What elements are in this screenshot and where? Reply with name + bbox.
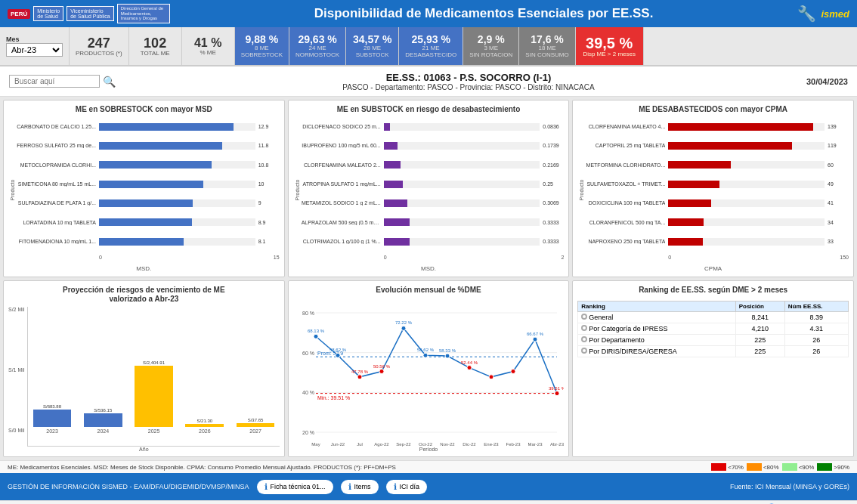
search-input[interactable] (9, 75, 100, 88)
proy-year: 2024 (97, 428, 109, 434)
ranking-num: 26 (784, 345, 848, 357)
list-item: SULFADIAZINA DE PLATA 1 g/... 9 (17, 197, 280, 209)
ranking-col-ranking: Ranking (578, 301, 735, 311)
bar-value: 10.8 (258, 162, 280, 168)
bar-container (99, 199, 255, 207)
radio-indicator[interactable] (581, 325, 587, 331)
bar-label: FITOMENADIONA 10 mg/mL 1... (17, 239, 96, 244)
svg-text:Oct-22: Oct-22 (419, 442, 433, 447)
bar-label: CLORFENAMINA MALEATO 4... (586, 124, 665, 129)
bar-container (99, 218, 255, 226)
info-icon: ℹ (265, 482, 268, 492)
proy-val: S/21.30 (196, 419, 212, 423)
bar-container (384, 123, 540, 131)
dispme-stat: 39,5 % Disp ME > 2 meses (576, 27, 644, 65)
desabastecidos-x-axis: CPMA (577, 265, 849, 272)
proyeccion-panel: Proyección de riesgos de vencimiento de … (3, 280, 285, 458)
bar-value: 119 (828, 143, 849, 148)
axis-labels: 02 (384, 255, 565, 260)
items-button[interactable]: ℹ Items (341, 480, 379, 494)
month-selector[interactable]: Mes Abr-23 (0, 27, 70, 65)
bar-container (384, 181, 540, 188)
substock-x-axis: MSD. (293, 265, 565, 272)
ranking-posicion: 8,241 (735, 311, 784, 323)
bar-container (668, 238, 825, 246)
bar-fill (384, 142, 398, 150)
bar-value: 0.3333 (543, 220, 564, 225)
ranking-label: General (578, 311, 735, 323)
radio-indicator[interactable] (581, 314, 587, 320)
ficha-tecnica-button[interactable]: ℹ Ficha técnica 01... (257, 480, 333, 494)
top-header: PERÚ Ministeriode Salud Viceministeriode… (0, 0, 857, 27)
sobrestock-panel: ME en SOBRESTOCK con mayor MSD Producto … (3, 100, 285, 277)
proy-bar-group: S/536.15 2024 (79, 307, 127, 434)
bar-fill (384, 161, 401, 169)
bar-value: 10 (258, 181, 280, 187)
bar-value: 0.25 (543, 181, 564, 187)
bar-container (99, 142, 255, 150)
evolucion-x-label: Período (293, 447, 565, 452)
logo-area: PERÚ Ministeriode Salud Viceministeriode… (8, 4, 170, 23)
proyeccion-title: Proyección de riesgos de vencimiento de … (8, 286, 280, 304)
bar-container (99, 123, 255, 131)
svg-text:80 %: 80 % (302, 311, 314, 316)
svg-point-12 (314, 334, 318, 339)
bar-container (384, 142, 540, 150)
svg-text:47.78 %: 47.78 % (351, 369, 369, 373)
table-row[interactable]: Por Categoría de IPRESS 4,210 4.31 (578, 323, 849, 334)
bar-value: 0.3333 (543, 239, 564, 244)
ranking-table: Ranking Posición Núm EE.SS. General 8,24… (577, 301, 849, 357)
ranking-posicion: 225 (735, 334, 784, 345)
footer-source-text: Fuente: ICI Mensual (MINSA y GOREs) (730, 483, 849, 490)
list-item: LORATADINA 10 mg TABLETA 8.9 (17, 216, 280, 228)
peru-logo: PERÚ (8, 9, 30, 19)
bar-value: 41 (828, 200, 849, 206)
bar-label: LORATADINA 10 mg TABLETA (17, 220, 96, 225)
substock-y-axis: Producto (293, 117, 302, 264)
table-row[interactable]: Por DIRIS/DIRESA/GERESA 225 26 (578, 345, 849, 357)
proy-bar (237, 423, 275, 427)
bar-container (99, 238, 255, 246)
radio-indicator[interactable] (581, 348, 587, 354)
bar-label: CLORANFENICOL 500 mg TA... (586, 220, 665, 225)
proy-val: S/2,404.91 (143, 360, 165, 365)
bar-value: 9 (258, 200, 280, 206)
search-icon[interactable]: 🔍 (103, 76, 116, 88)
proy-year: 2026 (199, 428, 211, 434)
notes-bar: ME: Medicamentos Esenciales. MSD: Meses … (0, 460, 857, 473)
svg-text:40 %: 40 % (302, 390, 314, 395)
svg-text:66.67 %: 66.67 % (527, 332, 544, 336)
legend-gt90: >90% (817, 463, 849, 471)
list-item: CLORFENAMINA MALEATO 4... 139 (586, 121, 849, 133)
sobrestock-title: ME en SOBRESTOCK con mayor MSD (8, 105, 280, 114)
svg-text:May: May (311, 442, 320, 447)
page-title: Disponibilidad de Medicamentos Esenciale… (170, 6, 798, 21)
bar-label: SULFAMETOXAZOL + TRIMET... (586, 181, 665, 187)
bar-label: CLOTRIMAZOL 1 g/100 g (1 %... (302, 239, 381, 244)
bar-fill (99, 123, 234, 131)
bar-label: CAPTOPRIL 25 mg TABLETA (586, 143, 665, 148)
sobrestock-x-axis: MSD. (8, 265, 280, 272)
ici-dia-button[interactable]: ℹ ICI día (386, 480, 428, 494)
search-area[interactable]: 🔍 (9, 75, 116, 88)
digemid-logo: Dirección General de Medicamentos, Insum… (117, 4, 170, 23)
svg-point-16 (357, 374, 362, 379)
sobrestock-stat: 9,88 % 8 ME SOBRESTOCK (235, 27, 289, 65)
svg-text:Mín.: 39.51 %: Mín.: 39.51 % (317, 394, 350, 400)
desabastecidos-bars: CLORFENAMINA MALEATO 4... 139 CAPTOPRIL … (586, 117, 849, 264)
bar-container (384, 218, 540, 226)
bar-label: SIMETICONA 80 mg/mL 15 mL... (17, 181, 96, 187)
pct-me-stat: 41 % % ME (182, 27, 235, 65)
minsa-logo: Ministeriode Salud (33, 6, 63, 21)
list-item: FERROSO SULFATO 25 mg de... 11.8 (17, 140, 280, 152)
list-item: CLOTRIMAZOL 1 g/100 g (1 %... 0.3333 (302, 236, 565, 248)
proy-bar (84, 413, 122, 427)
table-row[interactable]: General 8,241 8.39 (578, 311, 849, 323)
bar-fill (384, 199, 408, 207)
month-dropdown[interactable]: Abr-23 (6, 43, 63, 57)
substock-title: ME en SUBSTOCK en riesgo de desabastecim… (293, 105, 565, 114)
list-item: DICLOFENACO SODICO 25 m... 0.0836 (302, 121, 565, 133)
svg-text:68.13 %: 68.13 % (308, 329, 325, 333)
radio-indicator[interactable] (581, 336, 587, 342)
table-row[interactable]: Por Departamento 225 26 (578, 334, 849, 345)
